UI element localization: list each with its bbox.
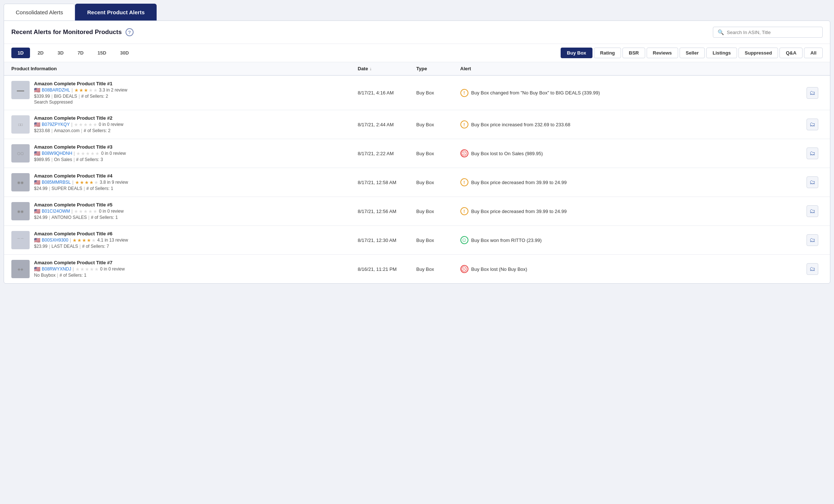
action-cell: 🗂 <box>807 148 823 159</box>
product-details: Amazon Complete Product Title #3 🇺🇸 B08W… <box>34 144 126 162</box>
main-card: Recent Alerts for Monitored Products ? 🔍… <box>4 20 830 284</box>
date-cell: 8/17/21, 12:58 AM <box>358 180 416 185</box>
search-box: 🔍 <box>713 27 823 38</box>
alert-text: Buy Box lost (No Buy Box) <box>471 266 527 272</box>
product-thumbnail: ◉◉ <box>11 173 30 191</box>
product-meta-asin: 🇺🇸 B085MMRBSL | ★★★★★ 3.8 in 9 review <box>34 179 128 185</box>
col-header-type: Type <box>416 66 460 71</box>
tab-recent-product[interactable]: Recent Product Alerts <box>75 4 157 20</box>
alert-text: Buy Box price decreased from 39.99 to 24… <box>471 209 567 214</box>
alert-text: Buy Box changed from "No Buy Box" to BIG… <box>471 90 600 96</box>
product-extra: Search Suppressed <box>34 100 127 105</box>
archive-button[interactable]: 🗂 <box>807 119 818 130</box>
type-tab-q-a[interactable]: Q&A <box>779 48 803 58</box>
date-tab-2d[interactable]: 2D <box>31 48 50 58</box>
sort-icon[interactable]: ↓ <box>370 66 372 71</box>
product-meta-price: $24.99 | SUPER DEALS | # of Sellers: 1 <box>34 186 128 191</box>
product-title: Amazon Complete Product Title #3 <box>34 144 126 150</box>
alert-icon-good: ☺ <box>460 236 468 244</box>
col-header-product: Product Information <box>11 66 358 71</box>
product-thumbnail: □□ <box>11 115 30 134</box>
type-tab-buy-box[interactable]: Buy Box <box>561 48 592 58</box>
product-meta-asin: 🇺🇸 B079ZPYKQY | ★★★★★ 0 in 0 review <box>34 122 123 127</box>
date-cell: 8/17/21, 4:16 AM <box>358 90 416 96</box>
flag-icon: 🇺🇸 <box>34 237 40 243</box>
alert-text: Buy Box price increased from 232.69 to 2… <box>471 122 571 127</box>
table-row: □□ Amazon Complete Product Title #2 🇺🇸 B… <box>4 110 830 139</box>
product-details: Amazon Complete Product Title #5 🇺🇸 B01C… <box>34 202 124 220</box>
star-rating: ★★★★★ <box>74 122 97 127</box>
archive-button[interactable]: 🗂 <box>807 234 818 246</box>
flag-icon: 🇺🇸 <box>34 179 40 185</box>
alert-cell: ☺ Buy Box won from RITTO (23.99) <box>460 236 807 244</box>
review-text: 0 in 0 review <box>99 122 123 127</box>
date-tab-30d[interactable]: 30D <box>114 48 135 58</box>
type-tabs: Buy BoxRatingBSRReviewsSellerListingsSup… <box>561 48 823 58</box>
table-row: ⬡⬡ Amazon Complete Product Title #3 🇺🇸 B… <box>4 139 830 168</box>
type-tab-listings[interactable]: Listings <box>706 48 737 58</box>
asin-link[interactable]: B085MMRBSL <box>42 180 71 185</box>
product-thumbnail: ⬡⬡ <box>11 144 30 163</box>
asin-link[interactable]: B08BARDZHL <box>42 87 70 93</box>
asin-link[interactable]: B08W9QHDNH <box>42 151 72 156</box>
table-row: ◈◈ Amazon Complete Product Title #7 🇺🇸 B… <box>4 255 830 283</box>
action-cell: 🗂 <box>807 234 823 246</box>
product-title: Amazon Complete Product Title #4 <box>34 173 128 179</box>
type-tab-suppressed[interactable]: Suppressed <box>738 48 778 58</box>
asin-link[interactable]: B079ZPYKQY <box>42 122 70 127</box>
product-info: ⬡⬡ Amazon Complete Product Title #3 🇺🇸 B… <box>11 144 358 163</box>
product-details: Amazon Complete Product Title #4 🇺🇸 B085… <box>34 173 128 191</box>
table-row: ▬▬ Amazon Complete Product Title #1 🇺🇸 B… <box>4 76 830 110</box>
date-tab-7d[interactable]: 7D <box>71 48 90 58</box>
type-tab-seller[interactable]: Seller <box>680 48 705 58</box>
type-tab-rating[interactable]: Rating <box>594 48 621 58</box>
date-cell: 8/16/21, 11:21 PM <box>358 266 416 272</box>
review-text: 3.8 in 9 review <box>100 180 128 185</box>
star-rating: ★★★★★ <box>76 151 100 156</box>
archive-button[interactable]: 🗂 <box>807 87 818 99</box>
asin-link[interactable]: B08RWYXNDJ <box>42 266 71 272</box>
alert-cell: ! Buy Box price decreased from 39.99 to … <box>460 178 807 186</box>
date-tab-15d[interactable]: 15D <box>91 48 113 58</box>
type-tab-all[interactable]: All <box>804 48 823 58</box>
table-row: ◉◉ Amazon Complete Product Title #4 🇺🇸 B… <box>4 168 830 197</box>
search-input[interactable] <box>727 30 818 35</box>
product-meta-asin: 🇺🇸 B01CI24OWM | ★★★★★ 0 in 0 review <box>34 208 124 214</box>
asin-link[interactable]: B01CI24OWM <box>42 209 70 214</box>
archive-button[interactable]: 🗂 <box>807 176 818 188</box>
product-info: ▬▬ Amazon Complete Product Title #1 🇺🇸 B… <box>11 81 358 105</box>
tab-consolidated[interactable]: Consolidated Alerts <box>4 4 75 20</box>
type-tab-bsr[interactable]: BSR <box>622 48 645 58</box>
action-cell: 🗂 <box>807 176 823 188</box>
date-tab-3d[interactable]: 3D <box>51 48 70 58</box>
date-cell: 8/17/21, 12:56 AM <box>358 209 416 214</box>
col-header-alert: Alert <box>460 66 807 71</box>
alert-text: Buy Box won from RITTO (23.99) <box>471 238 542 243</box>
asin-link[interactable]: B00SXH9300 <box>42 238 68 243</box>
product-meta-asin: 🇺🇸 B08W9QHDNH | ★★★★★ 0 in 0 review <box>34 150 126 156</box>
archive-button[interactable]: 🗂 <box>807 148 818 159</box>
col-header-date: Date ↓ <box>358 66 416 71</box>
date-tab-1d[interactable]: 1D <box>11 48 30 58</box>
alert-icon-bad: ☹ <box>460 265 468 273</box>
product-meta-price: $989.95 | On Sales | # of Sellers: 3 <box>34 157 126 162</box>
flag-icon: 🇺🇸 <box>34 122 40 127</box>
type-tab-reviews[interactable]: Reviews <box>647 48 678 58</box>
review-text: 4.1 in 13 review <box>97 238 128 243</box>
table-row: ◉◉ Amazon Complete Product Title #5 🇺🇸 B… <box>4 197 830 226</box>
product-details: Amazon Complete Product Title #7 🇺🇸 B08R… <box>34 260 125 278</box>
product-thumbnail: ⌒⌒ <box>11 231 30 249</box>
type-cell: Buy Box <box>416 266 460 272</box>
product-details: Amazon Complete Product Title #6 🇺🇸 B00S… <box>34 231 128 249</box>
date-tabs: 1D2D3D7D15D30D <box>11 48 135 58</box>
star-rating: ★★★★★ <box>74 87 98 93</box>
date-cell: 8/17/21, 12:30 AM <box>358 238 416 243</box>
help-icon[interactable]: ? <box>126 28 134 36</box>
archive-button[interactable]: 🗂 <box>807 263 818 275</box>
action-cell: 🗂 <box>807 87 823 99</box>
product-meta-asin: 🇺🇸 B08BARDZHL | ★★★★★ 3.3 in 2 review <box>34 87 127 93</box>
date-cell: 8/17/21, 2:44 AM <box>358 122 416 127</box>
alert-cell: ☹ Buy Box lost to On Sales (989.95) <box>460 149 807 157</box>
alert-cell: ! Buy Box price increased from 232.69 to… <box>460 120 807 128</box>
archive-button[interactable]: 🗂 <box>807 205 818 217</box>
